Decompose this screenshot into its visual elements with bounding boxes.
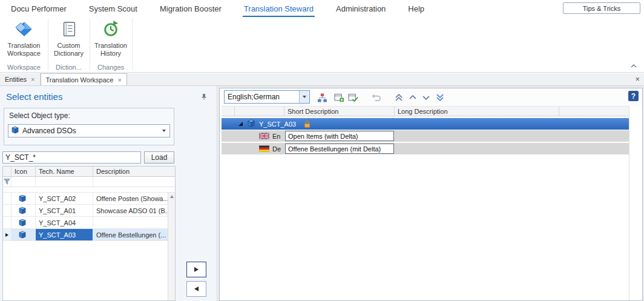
chevron-up-icon[interactable] — [407, 92, 418, 103]
row-indicator — [222, 143, 235, 154]
undo-icon[interactable] — [371, 92, 383, 103]
menubar: Docu Performer System Scout Migration Bo… — [0, 0, 644, 17]
collapse-ribbon-chevron-icon[interactable] — [629, 63, 638, 69]
long-description-cell[interactable] — [395, 143, 629, 154]
panel-title: Select entities — [6, 91, 62, 102]
tab-entities[interactable]: Entities × — [0, 73, 41, 85]
table-row-selected[interactable]: Y_SCT_A03 Offene Bestellungen (... — [3, 229, 168, 241]
column-header-long-description[interactable]: Long Description — [395, 107, 559, 116]
de-flag-icon — [259, 145, 269, 152]
filter-funnel-icon[interactable] — [3, 177, 12, 187]
short-description-cell[interactable]: Offene Bestellungen (mit Delta) — [284, 144, 395, 154]
object-type-value: Advanced DSOs — [22, 127, 162, 135]
table-row[interactable]: Y_SCT_A04 — [3, 217, 168, 229]
menu-item-administration[interactable]: Administration — [335, 2, 387, 17]
translation-workspace-button[interactable]: Translation Workspace — [0, 20, 48, 58]
selected-row-indicator-icon — [3, 229, 12, 240]
column-header-tech-name[interactable]: Tech. Name — [36, 167, 93, 176]
chevron-down-icon[interactable] — [162, 130, 166, 132]
adso-icon — [247, 119, 255, 128]
add-translation-icon[interactable] — [334, 92, 345, 103]
filter-cell[interactable] — [36, 177, 93, 187]
remove-from-workspace-button[interactable] — [186, 281, 206, 297]
translation-row-en[interactable]: En Open Items (with Delta) — [222, 130, 629, 143]
column-header-icon[interactable]: Icon — [12, 167, 36, 176]
row-indicator-header — [3, 167, 12, 176]
adso-icon — [12, 217, 36, 228]
tips-and-tricks-button[interactable]: Tips & Tricks — [563, 2, 640, 14]
tech-name-filter-input[interactable] — [2, 151, 141, 164]
load-button[interactable]: Load — [144, 151, 174, 164]
entity-group-row-selected[interactable]: Y_SCT_A03 — [222, 118, 629, 130]
filter-cell[interactable] — [12, 177, 36, 187]
vertical-scrollbar[interactable] — [168, 193, 175, 300]
table-row[interactable]: Y_SCT_A02 Offene Posten (Showa... — [3, 193, 168, 205]
entities-grid: Icon Tech. Name Description — [2, 166, 176, 301]
translation-workspace-panel: English;German — [219, 88, 643, 301]
close-icon[interactable]: × — [635, 74, 640, 84]
scroll-up-icon[interactable] — [170, 195, 174, 198]
expanded-node-icon[interactable] — [238, 122, 243, 126]
ribbon-group-separator — [48, 19, 48, 70]
adso-icon — [12, 205, 36, 216]
menu-item-help[interactable]: Help — [407, 2, 426, 17]
close-icon[interactable]: × — [31, 76, 34, 83]
button-label: History — [100, 50, 121, 58]
translation-grid-header: Short Description Long Description — [222, 106, 629, 116]
filter-cell[interactable] — [93, 177, 175, 187]
description-cell[interactable]: Offene Bestellungen (... — [93, 229, 168, 240]
menu-item-translation-steward[interactable]: Translation Steward — [243, 2, 315, 17]
move-to-workspace-button[interactable] — [186, 262, 206, 277]
tech-name-cell[interactable]: Y_SCT_A03 — [36, 229, 93, 240]
row-indicator — [3, 217, 12, 228]
translation-toolbar: English;German — [220, 88, 642, 106]
chevron-down-icon[interactable] — [420, 92, 432, 103]
button-label: Custom — [58, 42, 80, 50]
double-chevron-up-icon[interactable] — [393, 92, 404, 103]
column-header-description[interactable]: Description — [93, 167, 175, 176]
uk-flag-icon — [259, 133, 269, 139]
tree-column-header[interactable] — [235, 107, 284, 116]
filter-row[interactable] — [3, 177, 175, 187]
pin-icon[interactable] — [200, 93, 208, 102]
description-cell[interactable]: Offene Posten (Showa... — [93, 193, 168, 204]
column-header-short-description[interactable]: Short Description — [284, 107, 395, 116]
language-cell: En — [235, 133, 284, 140]
menu-item-migration-booster[interactable]: Migration Booster — [159, 2, 223, 17]
right-grid-scroll-area — [629, 106, 642, 300]
language-pair-value: English;German — [225, 93, 299, 101]
help-button[interactable]: ? — [628, 91, 639, 101]
tech-name-cell[interactable]: Y_SCT_A02 — [36, 193, 93, 204]
entities-grid-header: Icon Tech. Name Description — [3, 167, 175, 177]
short-description-editor[interactable]: Open Items (with Delta) — [285, 131, 394, 141]
ribbon-group-workspace: Translation Workspace Workspace — [0, 17, 48, 72]
entity-name: Y_SCT_A03 — [259, 121, 296, 128]
custom-dictionary-button[interactable]: Custom Dictionary — [48, 20, 90, 58]
hierarchy-icon[interactable] — [317, 92, 328, 103]
chevron-down-icon[interactable] — [299, 91, 309, 103]
ribbon-group-separator — [90, 19, 90, 70]
description-cell[interactable]: Showcase ADSO 01 (B... — [93, 205, 168, 216]
long-description-cell[interactable] — [395, 130, 629, 142]
tech-name-cell[interactable]: Y_SCT_A04 — [36, 217, 93, 228]
object-type-combobox[interactable]: Advanced DSOs — [8, 124, 170, 137]
translation-row-de[interactable]: De Offene Bestellungen (mit Delta) — [222, 143, 629, 156]
tech-name-cell[interactable]: Y_SCT_A01 — [36, 205, 93, 216]
ribbon-group-dictionary: Custom Dictionary Diction... — [48, 17, 90, 72]
tab-translation-workspace[interactable]: Translation Workspace × — [41, 73, 127, 85]
close-icon[interactable]: × — [117, 76, 121, 84]
table-row[interactable]: Y_SCT_A01 Showcase ADSO 01 (B... — [3, 205, 168, 217]
custom-dictionary-icon — [60, 20, 78, 42]
row-indicator — [3, 205, 12, 216]
double-chevron-down-icon[interactable] — [434, 92, 445, 103]
confirm-translation-icon[interactable] — [347, 92, 359, 103]
ribbon-group-label-workspace: Workspace — [0, 64, 48, 71]
short-description-cell[interactable]: Open Items (with Delta) — [284, 131, 395, 141]
description-cell[interactable] — [93, 217, 168, 228]
menu-item-docu-performer[interactable]: Docu Performer — [10, 2, 68, 17]
translation-history-button[interactable]: Translation History — [90, 20, 132, 58]
language-pair-combobox[interactable]: English;German — [224, 90, 310, 104]
menu-item-system-scout[interactable]: System Scout — [88, 2, 139, 17]
adso-icon — [12, 193, 36, 204]
short-description-editor[interactable]: Offene Bestellungen (mit Delta) — [285, 144, 394, 154]
